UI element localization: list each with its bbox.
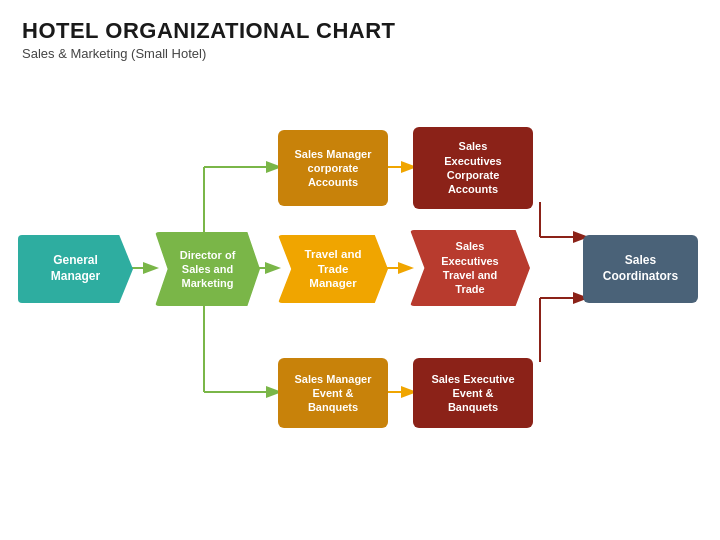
general-manager-box: GeneralManager — [18, 235, 133, 303]
sales-mgr-corporate-label: Sales ManagercorporateAccounts — [294, 147, 371, 190]
sales-mgr-corporate-box: Sales ManagercorporateAccounts — [278, 130, 388, 206]
director-sales-label: Director ofSales andMarketing — [180, 248, 236, 291]
sales-coordinator-box: SalesCoordinators — [583, 235, 698, 303]
sales-exec-travel-label: SalesExecutivesTravel andTrade — [441, 239, 498, 296]
sales-exec-event-label: Sales ExecutiveEvent &Banquets — [431, 372, 514, 415]
sales-mgr-event-box: Sales ManagerEvent &Banquets — [278, 358, 388, 428]
page-title: HOTEL ORGANIZATIONAL CHART — [22, 18, 698, 44]
sales-exec-event-box: Sales ExecutiveEvent &Banquets — [413, 358, 533, 428]
travel-trade-label: Travel andTradeManager — [305, 247, 362, 292]
chart-area: GeneralManager Director ofSales andMarke… — [0, 72, 720, 540]
page-subtitle: Sales & Marketing (Small Hotel) — [22, 46, 698, 61]
sales-exec-corporate-box: SalesExecutivesCorporateAccounts — [413, 127, 533, 209]
sales-exec-corporate-label: SalesExecutivesCorporateAccounts — [444, 139, 501, 196]
sales-exec-travel-box: SalesExecutivesTravel andTrade — [410, 230, 530, 306]
sales-mgr-event-label: Sales ManagerEvent &Banquets — [294, 372, 371, 415]
sales-coordinator-label: SalesCoordinators — [603, 253, 678, 284]
travel-trade-box: Travel andTradeManager — [278, 235, 388, 303]
general-manager-label: GeneralManager — [51, 253, 100, 284]
director-sales-box: Director ofSales andMarketing — [155, 232, 260, 306]
header: HOTEL ORGANIZATIONAL CHART Sales & Marke… — [0, 0, 720, 65]
